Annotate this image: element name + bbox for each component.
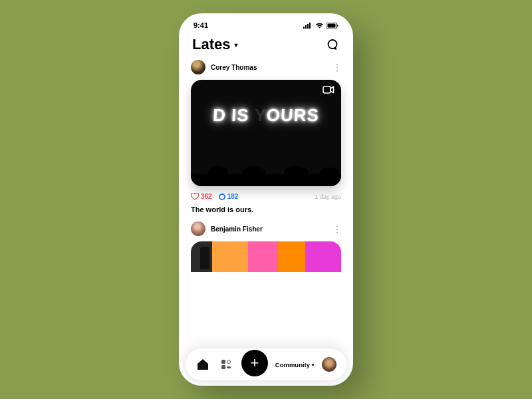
- feed-title: Lates: [192, 36, 230, 53]
- signal-icon: [303, 23, 313, 29]
- post: Corey Thomas ⋯ D IS YOURS 362: [191, 60, 341, 213]
- comment-button[interactable]: 182: [219, 193, 239, 200]
- grid-icon: [221, 360, 231, 369]
- svg-rect-5: [328, 23, 336, 27]
- silhouettes: [191, 154, 341, 186]
- wifi-icon: [315, 23, 324, 29]
- post-more-button[interactable]: ⋯: [332, 225, 342, 233]
- svg-rect-1: [305, 25, 307, 29]
- plus-icon: +: [250, 354, 259, 372]
- messages-button[interactable]: [325, 37, 340, 52]
- post-media[interactable]: [191, 241, 341, 272]
- post-caption: The world is ours.: [191, 205, 341, 213]
- post: Benjamin Fisher ⋯: [191, 221, 341, 272]
- svg-rect-2: [307, 24, 309, 29]
- feed[interactable]: Corey Thomas ⋯ D IS YOURS 362: [179, 60, 353, 386]
- post-stats: 362 182: [191, 193, 238, 200]
- profile-tab[interactable]: [321, 356, 337, 372]
- svg-rect-0: [303, 27, 305, 29]
- status-bar: 9:41: [179, 13, 353, 32]
- community-tab[interactable]: Community: [275, 356, 314, 372]
- neon-text: D IS YOURS: [191, 105, 341, 126]
- home-tab[interactable]: [195, 356, 211, 372]
- like-button[interactable]: 362: [191, 193, 212, 200]
- add-button[interactable]: +: [241, 350, 268, 376]
- profile-avatar: [322, 357, 336, 372]
- svg-rect-3: [309, 23, 311, 29]
- phone-frame: 9:41 Lates ▼ Corey Thomas ⋯: [179, 13, 353, 386]
- avatar: [191, 221, 205, 236]
- discover-tab[interactable]: [218, 356, 234, 372]
- svg-rect-6: [337, 25, 338, 27]
- author-name: Benjamin Fisher: [211, 225, 263, 233]
- post-header: Corey Thomas ⋯: [191, 60, 341, 74]
- status-time: 9:41: [194, 21, 208, 29]
- post-more-button[interactable]: ⋯: [332, 63, 342, 72]
- post-author[interactable]: Benjamin Fisher: [191, 221, 263, 236]
- tab-bar: + Community: [186, 348, 346, 380]
- battery-icon: [327, 23, 338, 29]
- post-author[interactable]: Corey Thomas: [191, 60, 257, 74]
- chevron-down-icon: ▼: [233, 42, 239, 49]
- like-count: 362: [201, 193, 212, 200]
- author-name: Corey Thomas: [211, 64, 257, 71]
- status-indicators: [303, 23, 338, 29]
- svg-rect-8: [323, 86, 331, 93]
- post-meta: 362 182 1 day ago: [191, 193, 341, 200]
- comment-icon: [219, 194, 225, 200]
- community-label: Community: [275, 361, 310, 368]
- heart-icon: [191, 193, 199, 200]
- avatar: [191, 60, 205, 74]
- notification-dot: [312, 364, 314, 366]
- chat-icon: [327, 39, 338, 51]
- feed-title-dropdown[interactable]: Lates ▼: [192, 36, 239, 53]
- comment-count: 182: [227, 193, 239, 200]
- post-media[interactable]: D IS YOURS: [191, 80, 341, 186]
- header: Lates ▼: [179, 32, 353, 60]
- home-icon: [196, 358, 209, 370]
- post-header: Benjamin Fisher ⋯: [191, 221, 341, 236]
- post-time: 1 day ago: [315, 194, 341, 200]
- video-icon: [323, 85, 334, 94]
